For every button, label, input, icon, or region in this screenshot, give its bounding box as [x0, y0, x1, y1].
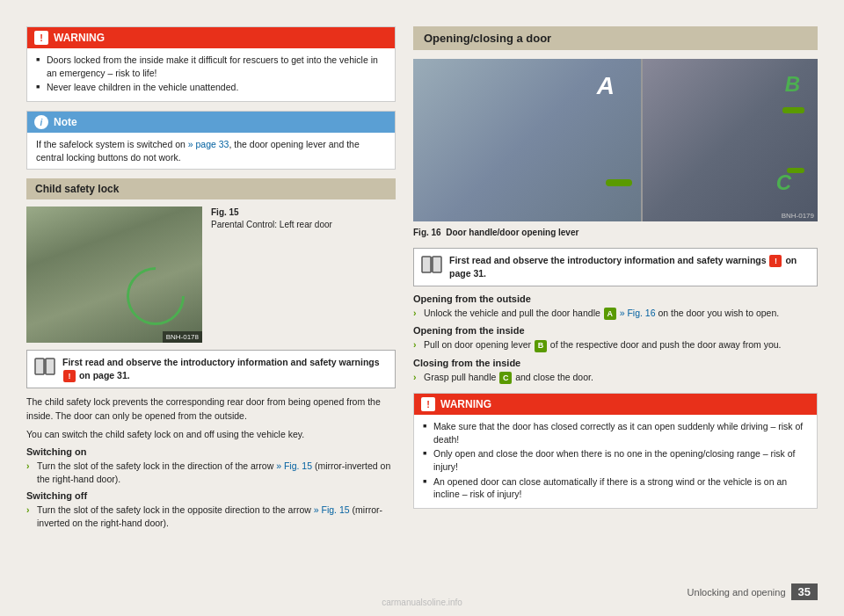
note-text: If the safelock system is switched on » …	[36, 139, 360, 163]
warning-box-1: ! WARNING Doors locked from the inside m…	[26, 26, 396, 102]
child-safety-content: BNH-0178 Fig. 15 Parental Control: Left …	[26, 207, 396, 343]
switching-on-label: Switching on	[26, 446, 396, 457]
switching-off-label: Switching off	[26, 490, 396, 501]
child-safety-body-1: The child safety lock prevents the corre…	[26, 395, 396, 422]
warning-item-1-2: Never leave children in the vehicle unat…	[36, 81, 386, 94]
warning-badge-inline-2: !	[769, 255, 782, 267]
svg-rect-4	[433, 257, 441, 272]
warning-header-1: ! WARNING	[27, 27, 395, 48]
fig-15-caption: Fig. 15 Parental Control: Left rear door	[211, 207, 332, 343]
fig15-link-2[interactable]: » Fig. 15	[314, 504, 350, 515]
warning-item-2-3: An opened door can close automatically i…	[423, 475, 808, 501]
svg-rect-1	[46, 359, 55, 374]
svg-rect-3	[422, 257, 431, 272]
warning-header-2: ! WARNING	[414, 394, 817, 415]
car-exterior-left: A	[413, 59, 641, 221]
interior-handle-b	[782, 107, 804, 113]
child-safety-header: Child safety lock	[26, 178, 396, 199]
opening-outside-label: Opening from the outside	[413, 294, 818, 304]
opening-inside-text: Pull on door opening lever B of the resp…	[413, 338, 818, 351]
warning-icon-2: !	[421, 397, 435, 411]
left-column: ! WARNING Doors locked from the inside m…	[26, 26, 396, 533]
warning-title-2: WARNING	[440, 398, 491, 410]
warning-item-2-1: Make sure that the door has closed corre…	[423, 420, 808, 446]
door-image-box: A B C BNH-0179	[413, 59, 818, 221]
img-code-2: BNH-0179	[782, 212, 814, 220]
badge-c: C	[499, 372, 512, 384]
warning-badge-inline-1: !	[63, 370, 76, 382]
note-icon: i	[34, 115, 48, 129]
warning-item-2-2: Only open and close the door when there …	[423, 447, 808, 473]
closing-inside-label: Closing from the inside	[413, 358, 818, 368]
interior-handle-c	[787, 168, 804, 173]
child-safety-image: BNH-0178	[26, 207, 202, 343]
child-safety-body-2: You can switch the child safety lock on …	[26, 428, 396, 441]
svg-rect-0	[35, 359, 44, 374]
chapter-label: Unlocking and opening	[688, 587, 786, 598]
read-first-text-1: First read and observe the introductory …	[62, 356, 388, 382]
label-c: C	[776, 170, 791, 195]
fig-16-caption: Fig. 16 Door handle/door opening lever	[413, 227, 818, 239]
watermark: carmanualsoline.info	[382, 598, 462, 607]
page-number: 35	[791, 583, 818, 600]
fig-15-label: Fig. 15	[211, 207, 332, 219]
warning-box-2: ! WARNING Make sure that the door has cl…	[413, 393, 818, 509]
book-icon-1	[34, 358, 55, 375]
opening-inside-label: Opening from the inside	[413, 325, 818, 336]
read-first-box-2: First read and observe the introductory …	[413, 248, 818, 286]
page-footer: Unlocking and opening 35	[688, 583, 818, 600]
warning-content-1: Doors locked from the inside make it dif…	[27, 48, 395, 101]
note-box: i Note If the safelock system is switche…	[26, 111, 396, 170]
opening-closing-header: Opening/closing a door	[413, 26, 818, 50]
warning-title-1: WARNING	[54, 32, 105, 44]
closing-inside-text: Grasp pull handle C and close the door.	[413, 371, 818, 384]
door-handle-indicator	[606, 179, 632, 186]
note-title: Note	[54, 116, 77, 128]
badge-a: A	[604, 308, 616, 320]
badge-b: B	[535, 340, 547, 352]
warning-content-2: Make sure that the door has closed corre…	[414, 415, 817, 508]
read-first-text-2: First read and observe the introductory …	[449, 254, 810, 280]
switching-off-text: Turn the slot of the safety lock in the …	[26, 504, 396, 529]
page-container: ! WARNING Doors locked from the inside m…	[0, 0, 844, 576]
note-link[interactable]: » page 33	[188, 139, 229, 149]
right-column: Opening/closing a door A B C	[413, 26, 818, 533]
fig-15-text: Parental Control: Left rear door	[211, 220, 332, 229]
warning-list-2: Make sure that the door has closed corre…	[423, 420, 808, 501]
car-exterior-right: B C	[643, 59, 818, 221]
door-inner-illustration	[26, 207, 202, 343]
note-header: i Note	[27, 112, 395, 133]
label-b: B	[785, 72, 800, 97]
switching-on-text: Turn the slot of the safety lock in the …	[26, 460, 396, 485]
warning-icon-1: !	[34, 31, 48, 45]
label-a: A	[597, 72, 615, 100]
fig-16-label: Fig. 16 Door handle/door opening lever	[413, 228, 578, 237]
warning-item-1-1: Doors locked from the inside make it dif…	[36, 54, 386, 79]
fig15-link-1[interactable]: » Fig. 15	[276, 460, 312, 471]
fig16-link-1[interactable]: » Fig. 16	[620, 308, 656, 318]
note-content: If the safelock system is switched on » …	[27, 133, 395, 169]
book-icon-2	[421, 256, 442, 273]
car-exterior-illustration: A B C	[413, 59, 818, 221]
opening-outside-text: Unlock the vehicle and pull the door han…	[413, 307, 818, 320]
read-first-box-1: First read and observe the introductory …	[26, 350, 396, 388]
img-code-1: BNH-0178	[163, 331, 202, 343]
warning-list-1: Doors locked from the inside make it dif…	[36, 54, 386, 94]
